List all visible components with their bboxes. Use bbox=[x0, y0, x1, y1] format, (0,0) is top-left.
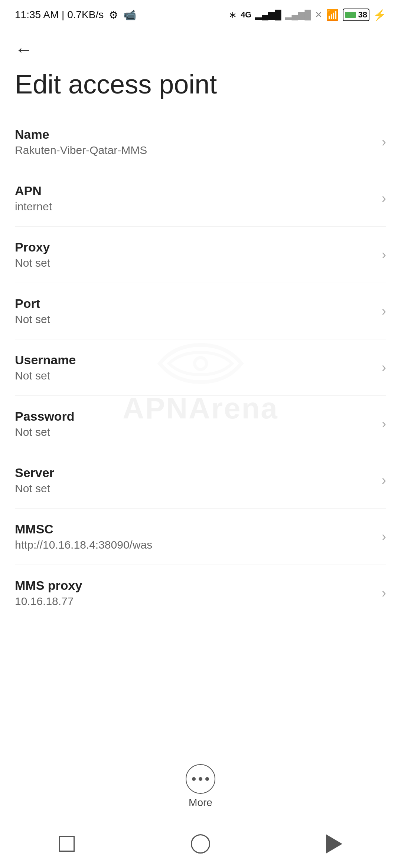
video-icon: 📹 bbox=[123, 9, 136, 21]
wifi-icon: 📶 bbox=[326, 9, 339, 21]
setting-content-server: Server Not set bbox=[15, 466, 374, 495]
setting-value-proxy: Not set bbox=[15, 257, 374, 269]
setting-item-proxy[interactable]: Proxy Not set › bbox=[15, 227, 386, 283]
recents-icon bbox=[59, 836, 75, 852]
back-button[interactable]: ← bbox=[0, 30, 401, 62]
signal-4g-icon: 4G bbox=[241, 10, 251, 20]
setting-label-name: Name bbox=[15, 127, 374, 142]
setting-content-mms-proxy: MMS proxy 10.16.18.77 bbox=[15, 578, 374, 608]
chevron-right-server-icon: › bbox=[382, 473, 386, 488]
setting-content-port: Port Not set bbox=[15, 296, 374, 326]
setting-content-name: Name Rakuten-Viber-Qatar-MMS bbox=[15, 127, 374, 157]
settings-icon: ⚙ bbox=[109, 9, 118, 21]
battery-level: 38 bbox=[358, 10, 367, 20]
more-dots-icon bbox=[192, 777, 209, 781]
setting-value-username: Not set bbox=[15, 369, 374, 382]
setting-item-server[interactable]: Server Not set › bbox=[15, 452, 386, 509]
chevron-right-port-icon: › bbox=[382, 303, 386, 319]
chevron-right-username-icon: › bbox=[382, 360, 386, 375]
battery-fill bbox=[345, 12, 356, 18]
back-arrow-icon: ← bbox=[15, 41, 33, 59]
signal-bars-icon: ▂▄▆█ bbox=[255, 10, 281, 20]
home-icon bbox=[191, 834, 210, 854]
setting-value-server: Not set bbox=[15, 482, 374, 495]
chevron-right-name-icon: › bbox=[382, 134, 386, 150]
setting-content-mmsc: MMSC http://10.16.18.4:38090/was bbox=[15, 522, 374, 551]
setting-label-username: Username bbox=[15, 353, 374, 367]
setting-label-server: Server bbox=[15, 466, 374, 480]
setting-item-mmsc[interactable]: MMSC http://10.16.18.4:38090/was › bbox=[15, 509, 386, 565]
setting-content-password: Password Not set bbox=[15, 409, 374, 438]
chevron-right-password-icon: › bbox=[382, 416, 386, 432]
chevron-right-mmsc-icon: › bbox=[382, 529, 386, 545]
setting-value-password: Not set bbox=[15, 426, 374, 438]
setting-value-name: Rakuten-Viber-Qatar-MMS bbox=[15, 144, 374, 157]
setting-content-apn: APN internet bbox=[15, 184, 374, 213]
time-display: 11:35 AM | 0.7KB/s bbox=[15, 9, 104, 21]
signal-bars2-icon: ▂▄▆█ bbox=[285, 10, 311, 20]
battery-indicator: 38 bbox=[343, 9, 369, 21]
bluetooth-icon: ∗ bbox=[229, 9, 237, 21]
setting-item-name[interactable]: Name Rakuten-Viber-Qatar-MMS › bbox=[15, 114, 386, 170]
setting-label-port: Port bbox=[15, 296, 374, 311]
signal-cross-icon: ✕ bbox=[315, 10, 322, 20]
nav-recents-button[interactable] bbox=[52, 829, 82, 859]
setting-label-proxy: Proxy bbox=[15, 240, 374, 254]
more-button-area[interactable]: More bbox=[0, 764, 401, 809]
chevron-right-mms-proxy-icon: › bbox=[382, 585, 386, 601]
charging-icon: ⚡ bbox=[373, 9, 386, 21]
chevron-right-apn-icon: › bbox=[382, 191, 386, 206]
setting-content-proxy: Proxy Not set bbox=[15, 240, 374, 269]
nav-home-button[interactable] bbox=[186, 829, 215, 859]
nav-back-button[interactable] bbox=[319, 829, 349, 859]
more-button[interactable] bbox=[186, 764, 215, 794]
setting-item-mms-proxy[interactable]: MMS proxy 10.16.18.77 › bbox=[15, 565, 386, 621]
setting-value-mmsc: http://10.16.18.4:38090/was bbox=[15, 539, 374, 551]
setting-value-port: Not set bbox=[15, 313, 374, 326]
chevron-right-proxy-icon: › bbox=[382, 247, 386, 263]
setting-item-apn[interactable]: APN internet › bbox=[15, 170, 386, 227]
status-bar: 11:35 AM | 0.7KB/s ⚙ 📹 ∗ 4G ▂▄▆█ ▂▄▆█ ✕ … bbox=[0, 0, 401, 30]
setting-label-password: Password bbox=[15, 409, 374, 424]
status-right: ∗ 4G ▂▄▆█ ▂▄▆█ ✕ 📶 38 ⚡ bbox=[229, 9, 386, 21]
page-title: Edit access point bbox=[0, 62, 401, 114]
setting-value-apn: internet bbox=[15, 200, 374, 213]
back-nav-icon bbox=[326, 834, 342, 854]
setting-item-username[interactable]: Username Not set › bbox=[15, 339, 386, 396]
status-left: 11:35 AM | 0.7KB/s ⚙ 📹 bbox=[15, 9, 136, 21]
setting-label-mms-proxy: MMS proxy bbox=[15, 578, 374, 593]
setting-label-mmsc: MMSC bbox=[15, 522, 374, 536]
more-label: More bbox=[189, 797, 212, 809]
settings-list: Name Rakuten-Viber-Qatar-MMS › APN inter… bbox=[0, 114, 401, 621]
setting-item-password[interactable]: Password Not set › bbox=[15, 396, 386, 452]
setting-value-mms-proxy: 10.16.18.77 bbox=[15, 595, 374, 608]
setting-label-apn: APN bbox=[15, 184, 374, 198]
setting-item-port[interactable]: Port Not set › bbox=[15, 283, 386, 339]
setting-content-username: Username Not set bbox=[15, 353, 374, 382]
navigation-bar bbox=[0, 820, 401, 868]
